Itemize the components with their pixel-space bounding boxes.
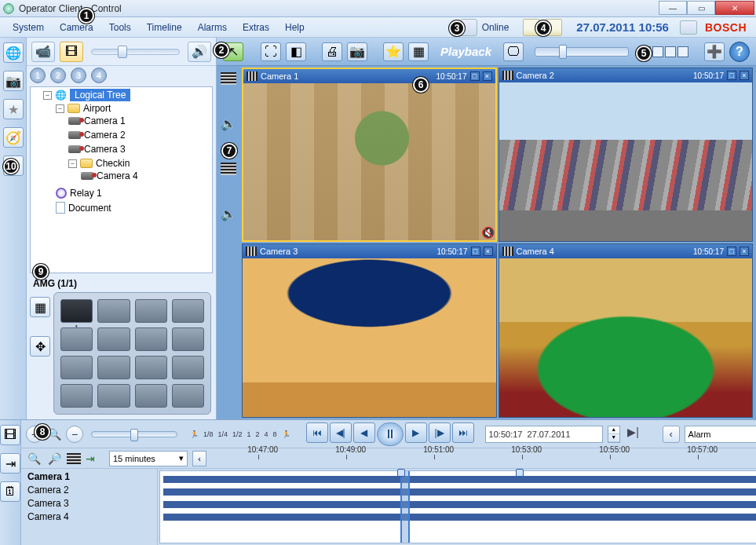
datetime-spinner[interactable]: ▲▼ bbox=[608, 426, 620, 443]
print-icon[interactable]: 🖨 bbox=[322, 42, 342, 61]
amg-cell[interactable] bbox=[135, 327, 167, 351]
tree-airport[interactable]: Airport bbox=[83, 103, 111, 114]
layout-2x2[interactable] bbox=[652, 46, 663, 57]
zoom-timeline-in-icon[interactable]: 🔍 bbox=[26, 451, 42, 466]
amg-grid-icon[interactable]: ▦ bbox=[30, 297, 50, 317]
pane-max-icon[interactable]: □ bbox=[471, 247, 480, 256]
restore-window-icon[interactable]: ↖ bbox=[223, 42, 243, 61]
layout-1x1[interactable] bbox=[640, 46, 651, 57]
toolbar-speaker-icon[interactable]: 🔊 bbox=[188, 42, 211, 62]
event-prev-button[interactable]: ‹ bbox=[663, 426, 680, 443]
timeline-camera-3[interactable]: Camera 3 bbox=[27, 497, 151, 510]
minimize-button[interactable]: — bbox=[659, 1, 687, 15]
menu-camera[interactable]: Camera bbox=[52, 20, 101, 35]
audio-icon[interactable]: 🔈 bbox=[221, 207, 236, 221]
add-pane-icon[interactable]: ➕ bbox=[704, 42, 725, 61]
camera-pane-4[interactable]: Camera 410:50:17□× bbox=[499, 243, 754, 418]
camera-pane-1[interactable]: Camera 110:50:17□× 🔇 bbox=[242, 68, 497, 242]
time-ruler[interactable]: 10:47:00 10:49:00 10:51:00 10:53:00 10:5… bbox=[211, 450, 756, 466]
pane-close-icon[interactable]: × bbox=[740, 71, 749, 80]
vtab-filmstrip-icon[interactable]: 🎞 bbox=[0, 425, 20, 445]
selection-handle[interactable] bbox=[516, 469, 524, 477]
menu-alarms[interactable]: Alarms bbox=[190, 20, 235, 35]
preset-4[interactable]: 4 bbox=[91, 68, 107, 83]
tree-root[interactable]: Logical Tree bbox=[70, 89, 130, 101]
tree-camera-1[interactable]: Camera 1 bbox=[84, 115, 126, 126]
amg-cell[interactable] bbox=[135, 384, 167, 408]
timeline-camera-1[interactable]: Camera 1 bbox=[27, 470, 151, 484]
time-range-dropdown[interactable]: 15 minutes▾ bbox=[109, 451, 188, 466]
layout-3x3[interactable] bbox=[665, 46, 676, 57]
timeline-scroll-left[interactable]: ‹ bbox=[192, 451, 206, 466]
pause-button[interactable]: ⏸ bbox=[377, 422, 404, 446]
camera-pane-3[interactable]: Camera 310:50:17□× bbox=[242, 243, 497, 418]
tree-camera-4[interactable]: Camera 4 bbox=[97, 170, 138, 181]
amg-cell[interactable] bbox=[172, 327, 204, 351]
amg-cell[interactable] bbox=[97, 384, 130, 408]
toolbar-camera-icon[interactable]: 📹 bbox=[31, 42, 55, 62]
hairline-handle-top[interactable] bbox=[397, 469, 405, 477]
toolbar-film-icon[interactable]: 🎞 bbox=[60, 42, 83, 62]
pane-close-icon[interactable]: × bbox=[484, 247, 493, 256]
fullscreen-icon[interactable]: ⛶ bbox=[261, 42, 281, 61]
export-icon[interactable]: ⇥ bbox=[86, 452, 95, 465]
amg-grid[interactable] bbox=[53, 292, 211, 415]
vtab-tree-icon[interactable]: 🌐 bbox=[3, 42, 24, 63]
help-icon[interactable]: ? bbox=[729, 42, 750, 62]
camera-video[interactable] bbox=[499, 82, 753, 241]
tree-document[interactable]: Document bbox=[68, 203, 111, 214]
menu-extras[interactable]: Extras bbox=[235, 20, 277, 35]
vtab-map-icon[interactable]: 🧭 bbox=[3, 127, 24, 148]
preset-3[interactable]: 3 bbox=[71, 68, 86, 83]
tree-relay[interactable]: Relay 1 bbox=[70, 188, 102, 199]
amg-cell[interactable] bbox=[97, 356, 130, 379]
print-icon[interactable] bbox=[680, 20, 697, 35]
pane-max-icon[interactable]: □ bbox=[470, 71, 480, 81]
timeline-camera-2[interactable]: Camera 2 bbox=[27, 484, 151, 497]
menu-timeline[interactable]: Timeline bbox=[139, 20, 190, 35]
timeline-camera-4[interactable]: Camera 4 bbox=[27, 510, 151, 524]
camera-video[interactable] bbox=[243, 258, 496, 417]
close-button[interactable]: ✕ bbox=[715, 1, 754, 15]
layout-4x4[interactable] bbox=[677, 46, 688, 57]
pane-close-icon[interactable]: × bbox=[483, 71, 492, 81]
audio-icon[interactable]: 🔈 bbox=[221, 116, 236, 131]
speed-slider[interactable] bbox=[91, 431, 177, 437]
vtab-export-icon[interactable]: ⇥ bbox=[0, 453, 20, 474]
amg-cell[interactable] bbox=[97, 299, 130, 323]
amg-cell[interactable] bbox=[135, 356, 167, 379]
event-type-dropdown[interactable]: Alarm▾ bbox=[685, 426, 756, 443]
vtab-favorites-icon[interactable]: ★ bbox=[3, 99, 24, 119]
timeline-canvas[interactable] bbox=[159, 470, 756, 543]
zoom-timeline-out-icon[interactable]: 🔎 bbox=[46, 451, 62, 466]
skip-end-button[interactable]: ⏭ bbox=[452, 422, 474, 443]
layout-slider[interactable] bbox=[535, 47, 629, 57]
amg-cell[interactable] bbox=[60, 384, 93, 408]
camera-video[interactable]: 🔇 bbox=[243, 83, 495, 240]
amg-cell[interactable] bbox=[135, 299, 167, 323]
tree-camera-3[interactable]: Camera 3 bbox=[84, 144, 126, 155]
amg-cell[interactable] bbox=[60, 356, 93, 379]
menu-tools[interactable]: Tools bbox=[101, 20, 139, 35]
amg-cell[interactable] bbox=[172, 299, 204, 323]
pane-max-icon[interactable]: □ bbox=[727, 71, 736, 80]
menu-help[interactable]: Help bbox=[277, 20, 312, 35]
amg-ptz-icon[interactable]: ✥ bbox=[30, 336, 50, 357]
maximize-button[interactable]: ▭ bbox=[687, 1, 715, 15]
grid-layout-icon[interactable]: ▦ bbox=[408, 42, 429, 61]
zoom-in-button[interactable]: + bbox=[26, 426, 43, 443]
tree-camera-2[interactable]: Camera 2 bbox=[84, 130, 126, 141]
camera-pane-2[interactable]: Camera 210:50:17□× bbox=[499, 68, 754, 242]
amg-cell[interactable] bbox=[172, 356, 204, 379]
amg-cell[interactable] bbox=[60, 327, 93, 351]
amg-cell[interactable] bbox=[172, 384, 204, 408]
pane-max-icon[interactable]: □ bbox=[727, 247, 736, 256]
timeline-camera-list[interactable]: Camera 1 Camera 2 Camera 3 Camera 4 bbox=[21, 469, 158, 545]
preset-2[interactable]: 2 bbox=[50, 68, 66, 83]
pane-close-icon[interactable]: × bbox=[740, 247, 749, 256]
step-back-button[interactable]: ◀| bbox=[330, 422, 352, 443]
collapse-icon[interactable]: − bbox=[56, 104, 64, 113]
play-fwd-button[interactable]: ▶ bbox=[405, 422, 427, 443]
image-adjust-icon[interactable]: ◧ bbox=[286, 42, 306, 61]
datetime-input[interactable] bbox=[485, 426, 603, 443]
